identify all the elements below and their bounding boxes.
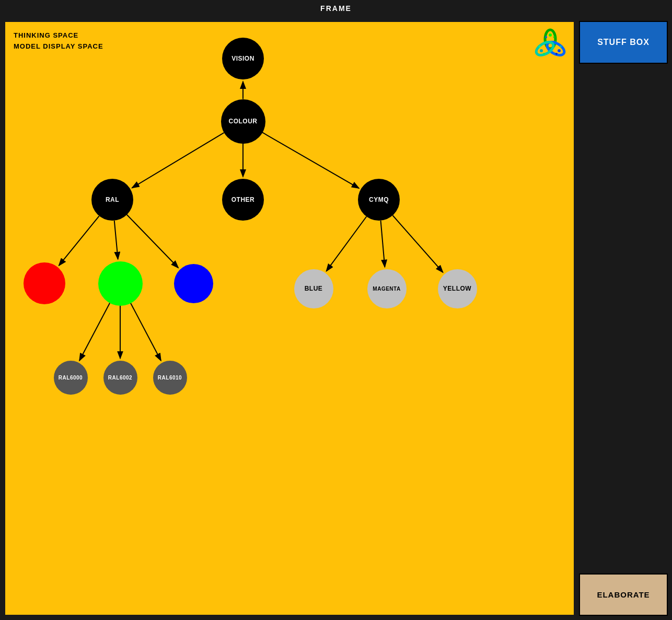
- svg-point-7: [553, 36, 555, 38]
- svg-line-23: [392, 215, 443, 272]
- svg-point-10: [539, 45, 541, 48]
- svg-point-3: [534, 39, 555, 58]
- node-ral6002[interactable]: RAL6002: [103, 361, 137, 395]
- space-labels: THINKING SPACE MODEL DISPLAY SPACE: [14, 30, 103, 52]
- svg-line-22: [381, 221, 385, 267]
- node-colour[interactable]: COLOUR: [221, 99, 265, 144]
- svg-line-15: [132, 133, 224, 188]
- svg-point-6: [540, 49, 543, 52]
- thinking-space: THINKING SPACE MODEL DISPLAY SPACE: [4, 21, 575, 616]
- elaborate-button[interactable]: ELABORATE: [579, 573, 668, 616]
- svg-line-18: [59, 216, 99, 266]
- svg-line-17: [262, 132, 359, 188]
- svg-point-4: [549, 33, 552, 37]
- frame-title: FRAME: [0, 0, 672, 17]
- svg-line-19: [114, 221, 118, 259]
- node-ral[interactable]: RAL: [91, 179, 133, 221]
- node-other[interactable]: OTHER: [222, 179, 264, 221]
- node-blue_ral[interactable]: [174, 264, 213, 303]
- node-ral6010[interactable]: RAL6010: [153, 361, 187, 395]
- svg-line-24: [79, 303, 110, 361]
- node-yellow[interactable]: YELLOW: [438, 269, 477, 308]
- node-vision[interactable]: VISION: [222, 38, 264, 79]
- node-blue_cymq[interactable]: BLUE: [294, 269, 333, 308]
- svg-line-20: [127, 215, 178, 268]
- right-panel: STUFF BOX ELABORATE: [579, 21, 668, 616]
- thinking-space-label: THINKING SPACE: [14, 30, 103, 41]
- model-display-label: MODEL DISPLAY SPACE: [14, 41, 103, 52]
- node-red[interactable]: [24, 262, 65, 304]
- svg-point-5: [558, 49, 561, 52]
- svg-point-12: [543, 53, 545, 55]
- node-magenta[interactable]: MAGENTA: [367, 269, 407, 308]
- node-green[interactable]: [98, 261, 143, 306]
- tree-connections: [5, 22, 574, 615]
- svg-line-21: [327, 216, 367, 271]
- svg-point-8: [545, 36, 547, 38]
- svg-line-26: [131, 303, 161, 361]
- node-ral6000[interactable]: RAL6000: [54, 361, 88, 395]
- main-container: THINKING SPACE MODEL DISPLAY SPACE: [0, 17, 672, 620]
- svg-point-9: [560, 45, 562, 48]
- svg-point-11: [555, 53, 558, 55]
- node-cymq[interactable]: CYMQ: [358, 179, 400, 221]
- logo-icon: [532, 27, 569, 64]
- stuff-box-button[interactable]: STUFF BOX: [579, 21, 668, 64]
